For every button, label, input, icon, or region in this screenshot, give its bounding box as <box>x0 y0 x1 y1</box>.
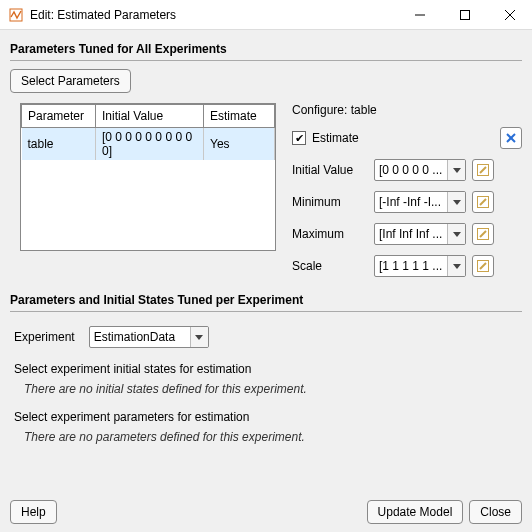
col-parameter[interactable]: Parameter <box>22 105 96 128</box>
chevron-down-icon[interactable] <box>190 327 208 347</box>
sub-initial-states: Select experiment initial states for est… <box>14 362 522 376</box>
configure-header: Configure: table <box>292 103 522 117</box>
select-parameters-button[interactable]: Select Parameters <box>10 69 131 93</box>
cell-estimate: Yes <box>204 128 275 161</box>
close-button[interactable]: Close <box>469 500 522 524</box>
window-title: Edit: Estimated Parameters <box>30 8 397 22</box>
parameters-table[interactable]: Parameter Initial Value Estimate table [… <box>20 103 276 251</box>
initial-value-combo[interactable]: [0 0 0 0 0 ... <box>374 159 466 181</box>
edit-scale-button[interactable] <box>472 255 494 277</box>
app-icon <box>8 7 24 23</box>
chevron-down-icon[interactable] <box>447 160 465 180</box>
experiment-label: Experiment <box>14 330 75 344</box>
chevron-down-icon[interactable] <box>447 256 465 276</box>
reset-estimate-button[interactable] <box>500 127 522 149</box>
estimate-checkbox[interactable]: ✔ <box>292 131 306 145</box>
window: Edit: Estimated Parameters Parameters Tu… <box>0 0 532 532</box>
cell-initial: [0 0 0 0 0 0 0 0 0 0] <box>96 128 204 161</box>
help-button[interactable]: Help <box>10 500 57 524</box>
minimum-combo[interactable]: [-Inf -Inf -I... <box>374 191 466 213</box>
maximize-button[interactable] <box>442 0 487 30</box>
col-estimate[interactable]: Estimate <box>204 105 275 128</box>
footer: Help Update Model Close <box>0 500 532 532</box>
scale-label: Scale <box>292 259 368 273</box>
edit-maximum-button[interactable] <box>472 223 494 245</box>
section-title-all: Parameters Tuned for All Experiments <box>10 42 522 56</box>
configure-panel: Configure: table ✔ Estimate Initial Valu… <box>292 103 522 277</box>
col-initial-value[interactable]: Initial Value <box>96 105 204 128</box>
note-no-initial-states: There are no initial states defined for … <box>24 382 522 396</box>
chevron-down-icon[interactable] <box>447 224 465 244</box>
divider <box>10 60 522 61</box>
scale-combo[interactable]: [1 1 1 1 1 ... <box>374 255 466 277</box>
titlebar: Edit: Estimated Parameters <box>0 0 532 30</box>
update-model-button[interactable]: Update Model <box>367 500 464 524</box>
estimate-label: Estimate <box>312 131 359 145</box>
minimize-button[interactable] <box>397 0 442 30</box>
section-title-per-exp: Parameters and Initial States Tuned per … <box>10 293 522 307</box>
initial-value-label: Initial Value <box>292 163 368 177</box>
sub-parameters: Select experiment parameters for estimat… <box>14 410 522 424</box>
experiment-combo[interactable]: EstimationData <box>89 326 209 348</box>
edit-initial-button[interactable] <box>472 159 494 181</box>
divider <box>10 311 522 312</box>
edit-minimum-button[interactable] <box>472 191 494 213</box>
maximum-label: Maximum <box>292 227 368 241</box>
maximum-combo[interactable]: [Inf Inf Inf ... <box>374 223 466 245</box>
svg-rect-2 <box>460 10 469 19</box>
minimum-label: Minimum <box>292 195 368 209</box>
close-window-button[interactable] <box>487 0 532 30</box>
table-row[interactable]: table [0 0 0 0 0 0 0 0 0 0] Yes <box>22 128 275 161</box>
cell-param: table <box>22 128 96 161</box>
chevron-down-icon[interactable] <box>447 192 465 212</box>
note-no-parameters: There are no parameters defined for this… <box>24 430 522 444</box>
